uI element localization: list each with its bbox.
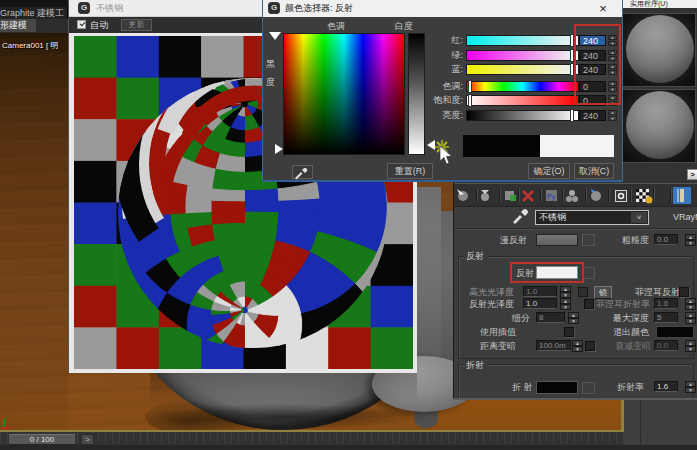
svg-text:Py: Py — [547, 193, 556, 201]
